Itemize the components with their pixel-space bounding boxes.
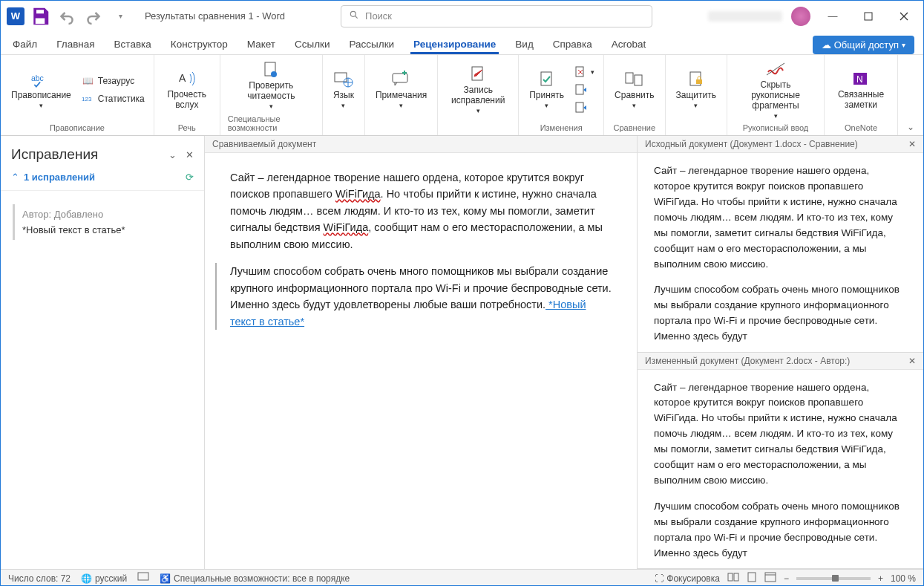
compared-doc-body[interactable]: Сайт – легендарное творение нашего орден… [205,153,637,357]
check-accessibility-button[interactable]: Проверить читаемость ▾ [242,59,300,111]
redo-button[interactable] [82,6,105,27]
undo-button[interactable] [56,6,78,27]
tab-mailings[interactable]: Рассылки [347,36,398,54]
group-protect [695,122,697,134]
hide-ink-button[interactable]: Скрыть рукописные фрагменты ▾ [735,59,816,121]
zoom-slider[interactable] [796,577,871,580]
linked-notes-button[interactable]: N Связанные заметки [832,68,890,111]
prev-icon [574,83,588,97]
svg-text:abc: abc [31,74,44,82]
svg-rect-14 [576,102,583,112]
document-title: Результаты сравнения 1 - Word [145,10,285,22]
language-button[interactable]: Язык ▾ [330,69,357,111]
user-avatar[interactable] [791,7,810,26]
chevron-down-icon: ▾ [902,41,905,49]
group-tracking [477,122,479,134]
compare-icon [624,71,645,88]
status-bar: Число слов: 72 🌐русский ♿Специальные воз… [1,569,923,586]
next-change-button[interactable] [573,100,596,116]
save-button[interactable] [29,6,51,27]
svg-rect-18 [696,79,702,84]
minimize-button[interactable]: — [819,6,846,27]
svg-rect-21 [138,573,148,580]
accessibility-status[interactable]: ♿Специальные возможности: все в порядке [160,573,350,584]
revisions-refresh-icon[interactable]: ⟳ [186,172,194,183]
protect-label: Защитить [676,90,716,100]
language-label: Язык [333,90,354,100]
tab-view[interactable]: Вид [512,36,536,54]
track-label: Запись исправлений [448,85,508,105]
onenote-label: Связанные заметки [835,89,887,110]
accept-button[interactable]: Принять ▾ [526,69,567,111]
revisions-title: Исправления [11,146,164,163]
maximize-button[interactable] [855,6,882,27]
zoom-out-button[interactable]: − [784,573,789,584]
tab-help[interactable]: Справка [550,36,595,54]
word-count-button[interactable]: 123Статистика [80,91,146,107]
prev-change-button[interactable] [573,82,596,98]
revised-doc-body[interactable]: Сайт – легендарное творение нашего орден… [638,370,923,569]
tab-review[interactable]: Рецензирование [410,36,499,54]
accessibility-status-icon: ♿ [160,573,171,584]
comments-icon [391,71,412,88]
word-count-status[interactable]: Число слов: 72 [8,573,71,584]
spellcheck-word: WiFiГида [335,188,381,200]
group-onenote: OneNote [845,122,877,134]
revision-item[interactable]: Автор: Добавлено *Новый текст в статье* [13,204,192,240]
original-doc-body[interactable]: Сайт – легендарное творение нашего орден… [638,153,923,352]
collapse-ribbon-button[interactable]: ⌄ [905,120,916,134]
language-status[interactable]: 🌐русский [81,573,127,584]
svg-rect-15 [626,73,633,83]
revisions-close[interactable]: ✕ [186,149,194,160]
print-layout-button[interactable] [747,572,757,585]
revisions-collapse-icon[interactable]: ⌃ [11,172,19,183]
thesaurus-button[interactable]: 📖Тезаурус [80,73,146,89]
web-layout-button[interactable] [764,572,776,585]
tab-insert[interactable]: Вставка [111,36,154,54]
ink-label: Скрыть рукописные фрагменты [738,79,813,111]
spelling-icon: abc [30,71,51,88]
tab-layout[interactable]: Макет [244,36,278,54]
share-button[interactable]: ☁ Общий доступ ▾ [813,36,914,54]
tab-file[interactable]: Файл [10,36,40,54]
ribbon: abc Правописание ▾ 📖Тезаурус 123Статисти… [1,54,923,136]
reject-button[interactable]: ▾ [573,64,596,80]
revisions-dropdown[interactable]: ⌄ [168,149,177,160]
zoom-in-button[interactable]: + [878,573,883,584]
compare-button[interactable]: Сравнить ▾ [612,69,657,111]
comments-button[interactable]: Примечания ▾ [373,69,430,111]
svg-rect-16 [635,75,642,85]
close-revised-pane[interactable]: ✕ [908,356,916,366]
group-accessibility: Специальные возможности [228,113,315,134]
paragraph: Лучшим способом собрать очень много помо… [654,282,907,345]
tab-design[interactable]: Конструктор [168,36,231,54]
thesaurus-icon: 📖 [82,74,95,88]
revised-document-pane: Измененный документ (Документ 2.docx - А… [638,353,923,570]
tab-references[interactable]: Ссылки [292,36,333,54]
track-changes-button[interactable]: Запись исправлений ▾ [445,64,511,116]
spellcheck-word: WiFiГида [324,221,369,233]
display-settings-status[interactable] [137,572,149,585]
zoom-level[interactable]: 100 % [891,573,916,584]
read-mode-button[interactable] [727,572,739,585]
focus-mode-button[interactable]: ⛶Фокусировка [655,573,720,584]
revision-text: *Новый текст в статье* [22,224,185,235]
accessibility-icon [261,61,281,79]
qat-dropdown[interactable]: ▾ [109,6,131,27]
spelling-button[interactable]: abc Правописание ▾ [8,69,74,111]
group-compare: Сравнение [614,122,656,134]
protect-button[interactable]: Защитить ▾ [673,69,719,111]
track-changes-icon [468,65,488,83]
tab-acrobat[interactable]: Acrobat [609,36,649,54]
read-aloud-button[interactable]: A Прочесть вслух [162,68,212,111]
close-original-pane[interactable]: ✕ [908,139,916,149]
spelling-label: Правописание [11,90,71,100]
close-button[interactable] [891,6,917,27]
revisions-count: 1 исправлений [24,172,95,183]
svg-rect-23 [734,573,738,581]
svg-rect-13 [576,85,583,94]
search-box[interactable]: Поиск [341,5,652,27]
language-icon: 🌐 [81,573,92,584]
svg-rect-24 [748,573,756,582]
tab-home[interactable]: Главная [53,36,97,54]
